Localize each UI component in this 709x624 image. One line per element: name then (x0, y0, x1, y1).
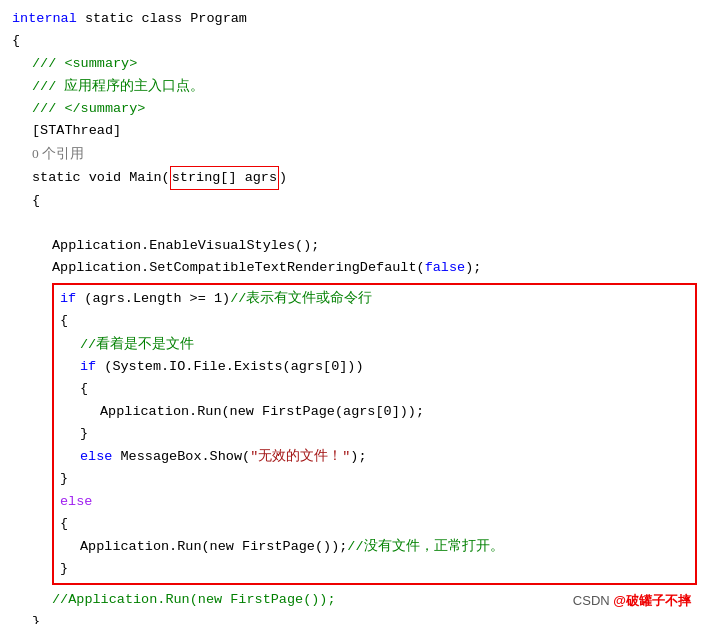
code-line: else MessageBox.Show("无效的文件！"); (60, 445, 689, 468)
code-line: } (60, 558, 689, 580)
code-line: if (agrs.Length >= 1)//表示有文件或命令行 (60, 287, 689, 310)
code-line: [STAThread] (12, 120, 697, 142)
code-line: { (60, 310, 689, 332)
code-line: { (12, 190, 697, 212)
code-line: //看着是不是文件 (60, 333, 689, 356)
code-line: { (60, 378, 689, 400)
watermark-brand: @破罐子不摔 (613, 593, 691, 608)
code-line: } (60, 468, 689, 490)
code-area: internal static class Program { /// <sum… (0, 0, 709, 624)
code-line: /// 应用程序的主入口点。 (12, 75, 697, 98)
code-line: } (60, 423, 689, 445)
code-line: static void Main(string[] agrs) (12, 166, 697, 190)
code-line: Application.EnableVisualStyles(); (12, 235, 697, 257)
code-line: { (60, 513, 689, 535)
code-line: Application.SetCompatibleTextRenderingDe… (12, 257, 697, 279)
code-line: /// <summary> (12, 53, 697, 75)
code-line: } (12, 611, 697, 624)
code-line: Application.Run(new FirstPage());//没有文件，… (60, 535, 689, 558)
code-line: 0 个引用 (12, 143, 697, 166)
highlight-block: if (agrs.Length >= 1)//表示有文件或命令行 { //看着是… (52, 283, 697, 584)
code-line: internal static class Program (12, 8, 697, 30)
code-line: /// </summary> (12, 98, 697, 120)
code-line: else (60, 491, 689, 513)
keyword: internal (12, 8, 77, 30)
code-line (12, 212, 697, 234)
code-line: Application.Run(new FirstPage(agrs[0])); (60, 401, 689, 423)
watermark: CSDN @破罐子不摔 (573, 592, 691, 610)
watermark-prefix: CSDN (573, 593, 613, 608)
code-line: { (12, 30, 697, 52)
code-line: if (System.IO.File.Exists(agrs[0])) (60, 356, 689, 378)
